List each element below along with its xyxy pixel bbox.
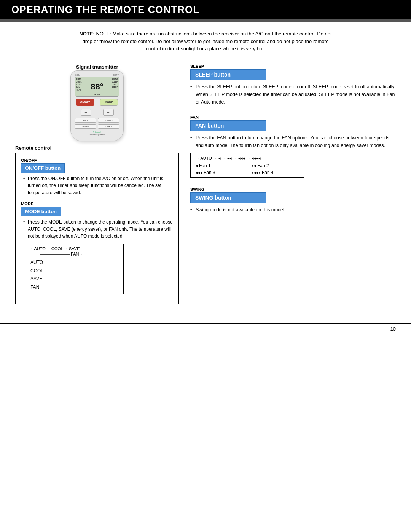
remote-top-labels: SON SOFF [75, 74, 119, 76]
fan2-label: Fan 2 [257, 163, 269, 168]
fan-section: FAN FAN button Press the FAN button to t… [190, 115, 396, 178]
fan1-icon: ◂ [195, 163, 198, 168]
signal-transmitter-label: Signal transmitter [76, 64, 179, 70]
mode-flow-top: → AUTO → COOL → SAVE —— [29, 246, 119, 251]
screen-right-labels: SWINGSLEEPLOCKSPEED [112, 78, 118, 89]
remote-wrapper: SON SOFF AUTOCOOLSAVEFANHEAT 88° SWINGSL… [15, 70, 179, 141]
mode-title: MODE button [21, 207, 61, 216]
two-column-layout: Signal transmitter SON SOFF AUTOCOOLSAVE… [15, 64, 396, 305]
remote-timer-button[interactable]: TIMER [98, 124, 119, 129]
fan4-icon: ◂◂◂◂ [251, 170, 260, 175]
screen-bottom-labels: AUTO [75, 93, 119, 96]
note-text: NOTE: NOTE: Make sure there are no obstr… [76, 30, 335, 53]
right-column: SLEEP SLEEP button Press the SLEEP butto… [190, 64, 396, 223]
remote-fan-button[interactable]: FAN [75, 118, 96, 123]
remote-buttons-grid: FAN SWING SLEEP TIMER [75, 118, 119, 129]
left-column: Signal transmitter SON SOFF AUTOCOOLSAVE… [15, 64, 179, 305]
fan2-item: ◂◂ Fan 2 [251, 163, 299, 168]
mode-section: MODE MODE button Press the MODE button t… [21, 201, 173, 294]
remote-swing-button[interactable]: SWING [98, 118, 119, 123]
onoff-text: Press the ON/OFF button to turn the A/C … [23, 175, 173, 197]
remote-mode-button[interactable]: MODE [100, 99, 118, 106]
mode-flow-fan: ——————— FAN ← [40, 252, 119, 256]
page-title: OPERATING THE REMOTE CONTROL [11, 4, 400, 16]
remote-screen: AUTOCOOLSAVEFANHEAT 88° SWINGSLEEPLOCKSP… [75, 77, 119, 97]
remote-onoff-button[interactable]: ON/OFF [76, 99, 94, 106]
remote-plus-button[interactable]: + [103, 109, 114, 116]
screen-temp: 88° [91, 82, 103, 92]
remote-control-label: Remote control [15, 145, 179, 151]
note-block: NOTE: NOTE: Make sure there are no obstr… [76, 30, 335, 53]
mode-list: AUTO COOL SAVE FAN [30, 259, 119, 291]
swing-text: Swing mode is not available on this mode… [190, 206, 396, 214]
swing-label: SWING [190, 187, 396, 192]
sleep-section: SLEEP SLEEP button Press the SLEEP butto… [190, 64, 396, 106]
fan-icons-grid: ◂ Fan 1 ◂◂ Fan 2 ◂◂◂ Fan 3 ◂◂◂◂ [195, 163, 299, 175]
mode-text: Press the MODE button to change the oper… [23, 219, 173, 240]
page-footer: 10 [0, 323, 411, 334]
onoff-title: ON/OFF button [21, 163, 65, 173]
fan-flow: → AUTO → ◂ → ◂◂ → ◂◂◂ → ◂◂◂◂ [195, 156, 299, 161]
fan1-item: ◂ Fan 1 [195, 163, 244, 168]
remote-logo2: powered by GREE [75, 133, 119, 136]
fan-diagram: → AUTO → ◂ → ◂◂ → ◂◂◂ → ◂◂◂◂ ◂ Fan 1 ◂◂ [190, 153, 304, 178]
header-bar [0, 19, 411, 22]
remote-minus-button[interactable]: − [81, 109, 91, 116]
remote-temp-row: − + [75, 109, 119, 116]
fan3-item: ◂◂◂ Fan 3 [195, 170, 244, 175]
swing-title: SWING button [190, 192, 266, 203]
fan1-label: Fan 1 [199, 163, 211, 168]
fan-text: Press the FAN button to turn change the … [190, 134, 396, 149]
fan3-label: Fan 3 [204, 170, 215, 175]
mode-label: MODE [21, 201, 173, 206]
swing-section: SWING SWING button Swing mode is not ava… [190, 187, 396, 214]
fan3-icon: ◂◂◂ [195, 170, 202, 175]
sleep-text: Press the SLEEP button to turn SLEEP mod… [190, 83, 396, 106]
sleep-label: SLEEP [190, 64, 396, 69]
onoff-label: ON/OFF [21, 158, 173, 163]
main-content: NOTE: NOTE: Make sure there are no obstr… [0, 22, 411, 316]
remote-main-buttons: ON/OFF MODE [75, 99, 119, 106]
left-annotations-box: ON/OFF ON/OFF button Press the ON/OFF bu… [15, 153, 179, 305]
fan-title: FAN button [190, 120, 266, 131]
fan4-item: ◂◂◂◂ Fan 4 [251, 170, 299, 175]
remote-control-graphic: SON SOFF AUTOCOOLSAVEFANHEAT 88° SWINGSL… [70, 70, 124, 141]
fan-label: FAN [190, 115, 396, 120]
page-header: OPERATING THE REMOTE CONTROL [0, 0, 411, 19]
screen-left-labels: AUTOCOOLSAVEFANHEAT [76, 78, 81, 91]
sleep-title: SLEEP button [190, 69, 266, 80]
fan4-label: Fan 4 [262, 170, 274, 175]
onoff-section: ON/OFF ON/OFF button Press the ON/OFF bu… [21, 158, 173, 197]
fan2-icon: ◂◂ [251, 163, 256, 168]
page-number: 10 [390, 326, 396, 332]
remote-sleep-button[interactable]: SLEEP [75, 124, 96, 129]
mode-diagram: → AUTO → COOL → SAVE —— ——————— FAN ← AU… [25, 244, 124, 294]
